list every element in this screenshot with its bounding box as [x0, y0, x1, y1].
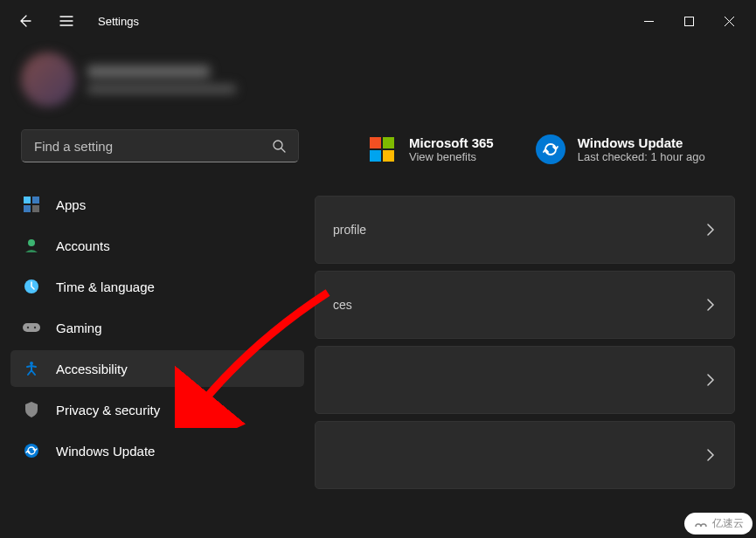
svg-rect-4 [24, 205, 31, 212]
close-button[interactable] [709, 7, 749, 35]
minimize-icon [644, 17, 654, 26]
profile-text [87, 66, 236, 93]
svg-rect-5 [32, 205, 39, 212]
svg-rect-2 [24, 197, 31, 203]
svg-point-1 [274, 141, 282, 149]
windows-update-promo-icon [536, 134, 565, 164]
menu-button[interactable] [49, 3, 84, 38]
gaming-icon [23, 319, 40, 336]
chevron-right-icon [706, 448, 715, 462]
sidebar-item-windows-update[interactable]: Windows Update [10, 432, 304, 469]
watermark-text: 亿速云 [712, 516, 744, 531]
sidebar-item-accessibility[interactable]: Accessibility [10, 350, 304, 387]
settings-card[interactable] [315, 421, 735, 489]
avatar [21, 52, 75, 107]
svg-point-9 [27, 327, 29, 328]
close-icon [725, 17, 734, 26]
accounts-icon [23, 237, 40, 254]
minimize-button[interactable] [628, 7, 669, 35]
sidebar-item-time-language[interactable]: Time & language [10, 268, 304, 305]
microsoft-365-icon [367, 134, 397, 164]
svg-rect-8 [23, 323, 40, 332]
svg-rect-15 [370, 150, 381, 162]
sidebar-item-label: Accessibility [56, 362, 128, 376]
svg-rect-14 [383, 137, 394, 148]
search-input[interactable] [34, 139, 272, 154]
maximize-button[interactable] [669, 7, 709, 35]
sidebar-item-label: Time & language [56, 279, 155, 294]
windows-update-icon [23, 442, 40, 459]
svg-rect-3 [32, 197, 39, 203]
settings-card[interactable]: profile [315, 196, 735, 264]
window-title: Settings [98, 15, 139, 28]
promo-microsoft-365[interactable]: Microsoft 365 View benefits [367, 134, 494, 164]
watermark-icon [693, 519, 709, 529]
svg-rect-13 [370, 137, 381, 148]
sidebar-item-label: Privacy & security [56, 403, 160, 417]
card-label: profile [333, 223, 366, 237]
promo-subtitle: Last checked: 1 hour ago [578, 150, 705, 163]
svg-rect-0 [684, 17, 693, 25]
hamburger-icon [59, 15, 73, 27]
sidebar-item-label: Apps [56, 197, 86, 212]
promo-subtitle: View benefits [409, 150, 494, 163]
svg-point-6 [28, 239, 35, 246]
promo-title: Microsoft 365 [409, 135, 494, 150]
titlebar: Settings [0, 0, 756, 42]
search-box[interactable] [21, 129, 299, 162]
sidebar-item-apps[interactable]: Apps [10, 186, 304, 223]
sidebar-item-label: Windows Update [56, 444, 155, 459]
settings-card[interactable] [315, 346, 735, 414]
time-language-icon [23, 278, 40, 295]
privacy-security-icon [23, 401, 40, 418]
back-button[interactable] [7, 3, 42, 38]
sidebar: Apps Accounts Time & language Gaming Acc… [0, 182, 315, 473]
sidebar-item-label: Gaming [56, 321, 102, 335]
accessibility-icon [23, 360, 40, 377]
card-label: ces [333, 298, 352, 312]
sidebar-item-gaming[interactable]: Gaming [10, 309, 304, 346]
sidebar-item-accounts[interactable]: Accounts [10, 227, 304, 264]
watermark: 亿速云 [684, 513, 753, 535]
sidebar-item-label: Accounts [56, 238, 110, 253]
apps-icon [23, 196, 40, 213]
settings-card[interactable]: ces [315, 271, 735, 339]
sidebar-item-privacy-security[interactable]: Privacy & security [10, 391, 304, 428]
promo-windows-update[interactable]: Windows Update Last checked: 1 hour ago [536, 134, 705, 164]
user-profile[interactable] [0, 42, 756, 114]
search-icon [272, 139, 286, 153]
chevron-right-icon [706, 373, 715, 387]
content-area: Microsoft 365 View benefits Windows Upda… [315, 126, 735, 489]
chevron-right-icon [706, 223, 715, 237]
maximize-icon [684, 17, 694, 26]
back-arrow-icon [17, 14, 31, 28]
svg-rect-16 [383, 150, 394, 162]
promo-title: Windows Update [578, 135, 705, 150]
chevron-right-icon [706, 298, 715, 312]
svg-point-10 [34, 327, 36, 328]
svg-point-12 [24, 444, 38, 458]
